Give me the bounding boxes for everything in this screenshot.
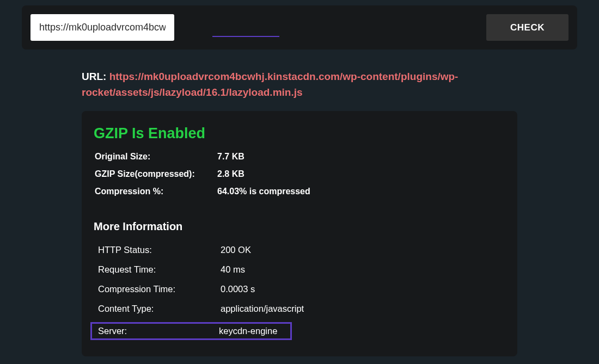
result-panel: GZIP Is Enabled Original Size: 7.7 KB GZ… — [82, 111, 517, 356]
detail-label: Request Time: — [98, 264, 221, 275]
check-button[interactable]: CHECK — [486, 14, 569, 41]
detail-value: application/javascript — [221, 304, 502, 314]
detail-row: Compression Time: 0.0003 s — [94, 283, 505, 295]
summary-value: 2.8 KB — [217, 169, 505, 179]
url-input[interactable] — [30, 14, 174, 41]
detail-label: Server: — [98, 326, 219, 336]
url-value: https://mk0uploadvrcom4bcwhj.kinstacdn.c… — [82, 71, 458, 98]
detail-row: HTTP Status: 200 OK — [94, 244, 505, 256]
detail-label: HTTP Status: — [98, 245, 221, 255]
search-bar: CHECK — [22, 5, 577, 50]
detail-row: Request Time: 40 ms — [94, 263, 505, 276]
summary-row: GZIP Size(compressed): 2.8 KB — [94, 169, 505, 179]
detail-row-highlighted: Server: keycdn-engine — [90, 322, 292, 340]
detail-row: Content Type: application/javascript — [94, 303, 505, 315]
summary-value: 64.03% is compressed — [217, 187, 505, 196]
detail-label: Compression Time: — [98, 284, 221, 294]
summary-row: Original Size: 7.7 KB — [94, 152, 505, 162]
summary-label: GZIP Size(compressed): — [95, 169, 217, 179]
detail-value: 40 ms — [221, 264, 502, 275]
detail-value: keycdn-engine — [219, 326, 287, 336]
url-label: URL: — [82, 71, 109, 82]
summary-value: 7.7 KB — [217, 152, 505, 162]
url-input-wrapper — [30, 14, 481, 41]
summary-label: Original Size: — [95, 152, 217, 162]
summary-label: Compression %: — [95, 187, 217, 196]
summary-row: Compression %: 64.03% is compressed — [94, 187, 505, 196]
url-result-line: URL: https://mk0uploadvrcom4bcwhj.kinsta… — [82, 69, 517, 100]
highlight-underline — [212, 36, 279, 37]
gzip-status: GZIP Is Enabled — [94, 125, 505, 142]
detail-value: 0.0003 s — [221, 284, 502, 294]
detail-label: Content Type: — [98, 304, 221, 314]
detail-value: 200 OK — [221, 245, 502, 255]
content-area: URL: https://mk0uploadvrcom4bcwhj.kinsta… — [22, 50, 577, 356]
more-info-header: More Information — [94, 220, 505, 233]
